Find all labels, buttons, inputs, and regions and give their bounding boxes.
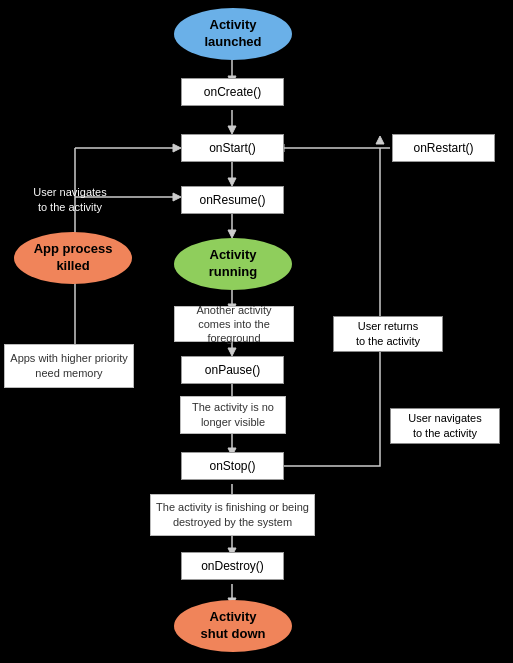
onrestart-label: onRestart() (413, 141, 473, 155)
onstop-label: onStop() (209, 459, 255, 473)
apps-priority-node: Apps with higher priority need memory (4, 344, 134, 388)
ondestroy-label: onDestroy() (201, 559, 264, 573)
user-navigates-top-label: User navigates to the activity (33, 185, 106, 216)
onstart-node: onStart() (181, 134, 284, 162)
app-process-killed-node: App process killed (14, 232, 132, 284)
svg-marker-25 (376, 136, 384, 144)
onpause-label: onPause() (205, 363, 260, 377)
svg-marker-11 (228, 348, 236, 356)
activity-shut-down-node: Activity shut down (174, 600, 292, 652)
no-longer-visible-node: The activity is no longer visible (180, 396, 286, 434)
svg-marker-33 (173, 193, 181, 201)
activity-running-label: Activity running (209, 247, 257, 281)
ondestroy-node: onDestroy() (181, 552, 284, 580)
no-longer-visible-label: The activity is no longer visible (185, 400, 281, 431)
onresume-node: onResume() (181, 186, 284, 214)
user-returns-label: User returns to the activity (356, 319, 420, 350)
oncreate-node: onCreate() (181, 78, 284, 106)
onresume-label: onResume() (199, 193, 265, 207)
svg-marker-3 (228, 126, 236, 134)
svg-marker-31 (173, 144, 181, 152)
svg-marker-7 (228, 230, 236, 238)
onstop-node: onStop() (181, 452, 284, 480)
onpause-node: onPause() (181, 356, 284, 384)
user-navigates-top-node: User navigates to the activity (10, 182, 130, 218)
onstart-label: onStart() (209, 141, 256, 155)
finishing-label: The activity is finishing or being destr… (155, 500, 310, 531)
user-navigates-bottom-node: User navigates to the activity (390, 408, 500, 444)
oncreate-label: onCreate() (204, 85, 261, 99)
app-process-killed-label: App process killed (34, 241, 113, 275)
activity-launched-node: Activity launched (174, 8, 292, 60)
activity-running-node: Activity running (174, 238, 292, 290)
finishing-node: The activity is finishing or being destr… (150, 494, 315, 536)
diagram: Activity launched onCreate() onStart() o… (0, 0, 513, 663)
onrestart-node: onRestart() (392, 134, 495, 162)
user-navigates-bottom-label: User navigates to the activity (408, 411, 481, 442)
activity-launched-label: Activity launched (204, 17, 261, 51)
another-activity-node: Another activity comes into the foregrou… (174, 306, 294, 342)
apps-priority-label: Apps with higher priority need memory (9, 351, 129, 382)
svg-marker-5 (228, 178, 236, 186)
another-activity-label: Another activity comes into the foregrou… (179, 303, 289, 346)
user-returns-node: User returns to the activity (333, 316, 443, 352)
activity-shut-down-label: Activity shut down (201, 609, 266, 643)
